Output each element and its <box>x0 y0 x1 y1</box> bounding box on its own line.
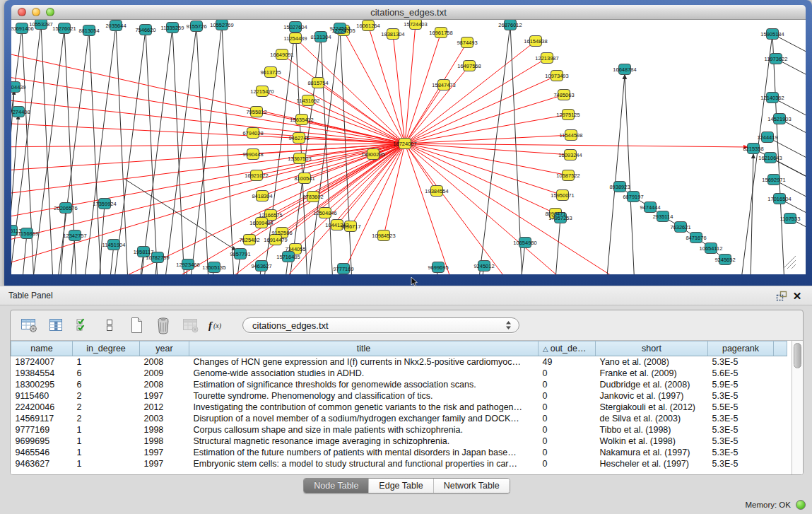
vertical-scrollbar[interactable] <box>792 341 803 475</box>
graph-node-label: 10984523 <box>372 233 395 239</box>
graph-node-label: 15692971 <box>762 177 785 183</box>
citation-network-graph[interactable]: 1872400711254439166490919613725122154707… <box>11 20 806 274</box>
svg-text:f: f <box>208 320 213 331</box>
graph-node-label: 15950071 <box>551 192 574 199</box>
graph-node-label: 16648784 <box>613 66 636 73</box>
citation-edge-black <box>11 28 22 274</box>
graph-node-label: 9699695 <box>428 264 448 271</box>
table-toolbar: f (x) citations_edges.txt <box>11 310 803 340</box>
citation-edge-red <box>405 42 467 144</box>
scrollbar-thumb[interactable] <box>794 343 801 368</box>
show-columns-button[interactable] <box>45 315 67 336</box>
column-header-pagerank[interactable]: pagerank <box>708 341 774 356</box>
table-row[interactable]: 2242004622012Investigating the contribut… <box>11 402 787 413</box>
table-row[interactable]: 1872400712008Changes of HCN gene express… <box>11 356 787 368</box>
close-window-button[interactable] <box>18 8 26 16</box>
float-panel-icon[interactable] <box>774 288 789 303</box>
graph-node-label: 9462745 <box>288 135 309 141</box>
table-panel-header: Table Panel ✕ <box>0 286 812 305</box>
graph-node-label: 12166575 <box>259 212 282 218</box>
graph-node-label: 17359924 <box>93 201 116 207</box>
graph-node-label: 18381304 <box>381 31 404 37</box>
graph-node-label: 19384554 <box>425 188 448 194</box>
graph-node-label: 13505135 <box>202 264 225 271</box>
memory-status-led[interactable] <box>796 500 806 510</box>
column-header-title[interactable]: title <box>189 341 539 356</box>
graph-node-label: 9474444 <box>640 204 660 211</box>
column-header-in_degree[interactable]: in_degree <box>73 341 140 356</box>
graph-node-label: 2935114 <box>653 214 673 220</box>
table-browser: f (x) citations_edges.txt <box>10 310 804 475</box>
graph-node-label: 9245652 <box>714 257 735 263</box>
tab-edge-table[interactable]: Edge Table <box>368 479 433 493</box>
citation-edge-red <box>308 100 405 144</box>
table-row[interactable]: 1938455462009Genome-wide association stu… <box>11 368 787 379</box>
graph-node-label: 16210643 <box>758 155 782 161</box>
graph-node-label: 16099484 <box>249 220 273 226</box>
network-view-window: citations_edges.txt 18724007112544391664… <box>4 0 812 286</box>
window-titlebar[interactable]: citations_edges.txt <box>11 5 806 20</box>
column-header-out_de[interactable]: △out_de… <box>539 341 596 356</box>
resize-grip-icon[interactable] <box>787 260 796 269</box>
citation-edge-black <box>222 25 236 274</box>
citation-edge-black <box>146 30 160 274</box>
function-builder-button[interactable]: f (x) <box>206 315 228 336</box>
tab-network-table[interactable]: Network Table <box>433 479 510 493</box>
resize-grip-icon[interactable] <box>792 264 796 269</box>
graph-node-label: 9613725 <box>260 69 281 76</box>
graph-node-label: 15635412 <box>290 117 313 123</box>
graph-node-label: 9857791 <box>230 251 250 257</box>
graph-node-label: 10654112 <box>700 245 723 252</box>
minimize-window-button[interactable] <box>32 8 40 16</box>
table-settings-icon <box>20 317 38 334</box>
function-icon: f (x) <box>206 317 228 333</box>
close-panel-icon[interactable]: ✕ <box>789 288 805 303</box>
table-row[interactable]: 911546021997Tourette syndrome. Phenomeno… <box>11 390 787 402</box>
import-table-icon <box>181 317 199 334</box>
citation-edge-red <box>405 41 536 144</box>
table-row[interactable]: 946362711997Embryonic stem cells: a mode… <box>11 458 787 469</box>
graph-node-label: 17274408 <box>11 109 30 115</box>
citation-edge-black <box>604 75 625 274</box>
table-row[interactable]: 946554611997Estimation of the future num… <box>11 447 787 458</box>
graph-node-label: 7485063 <box>553 92 574 98</box>
citation-edge-red <box>405 144 555 214</box>
import-table-button[interactable] <box>179 315 201 336</box>
graph-node-label: 16961758 <box>429 30 452 36</box>
svg-text:(x): (x) <box>213 322 222 330</box>
column-header-short[interactable]: short <box>596 341 708 356</box>
graph-node-label: 9636717 <box>340 223 360 230</box>
graph-node-label: 12975125 <box>556 112 579 118</box>
table-row[interactable]: 1456911722003Disruption of a novel membe… <box>11 413 787 424</box>
graph-node-label: 1244419 <box>757 134 777 141</box>
citation-edge-red <box>405 144 534 274</box>
graph-node-label: 11254439 <box>284 35 307 42</box>
citation-edge-red <box>271 72 405 144</box>
table-row[interactable]: 977716911998Corpus callosum shape and si… <box>11 424 787 436</box>
citation-edge-red <box>405 24 416 144</box>
graph-node-label: 12342757 <box>63 233 86 239</box>
zoom-window-button[interactable] <box>46 8 54 16</box>
new-table-button[interactable] <box>125 315 148 336</box>
trash-icon <box>155 316 172 334</box>
column-header-name[interactable]: name <box>11 341 73 356</box>
row-height-button[interactable] <box>98 315 121 336</box>
graph-node-label: 16497568 <box>457 63 481 69</box>
node-table: namein_degreeyeartitle△out_de…shortpager… <box>11 340 803 475</box>
graph-node-label: 8471676 <box>686 235 706 241</box>
column-header-year[interactable]: year <box>140 341 189 356</box>
table-settings-button[interactable] <box>18 315 40 336</box>
select-rows-button[interactable] <box>71 315 94 336</box>
row-height-icon <box>104 317 115 334</box>
table-selector-dropdown[interactable]: citations_edges.txt <box>242 317 519 333</box>
graph-node-label: 12504846 <box>313 210 336 216</box>
network-canvas[interactable]: 1872400711254439166490919613725122154707… <box>11 20 806 274</box>
graph-node-label: 8815754 <box>307 80 328 86</box>
tab-node-table[interactable]: Node Table <box>304 479 368 493</box>
table-row[interactable]: 1830029562008Estimation of significance … <box>11 379 787 390</box>
table-row[interactable]: 969969511998Structural magnetic resonanc… <box>11 436 787 447</box>
delete-table-button[interactable] <box>152 315 175 336</box>
status-bar: Memory: OK <box>0 495 812 514</box>
graph-node-label: 15905184 <box>760 31 784 37</box>
graph-node-label: 13367503 <box>288 156 311 162</box>
